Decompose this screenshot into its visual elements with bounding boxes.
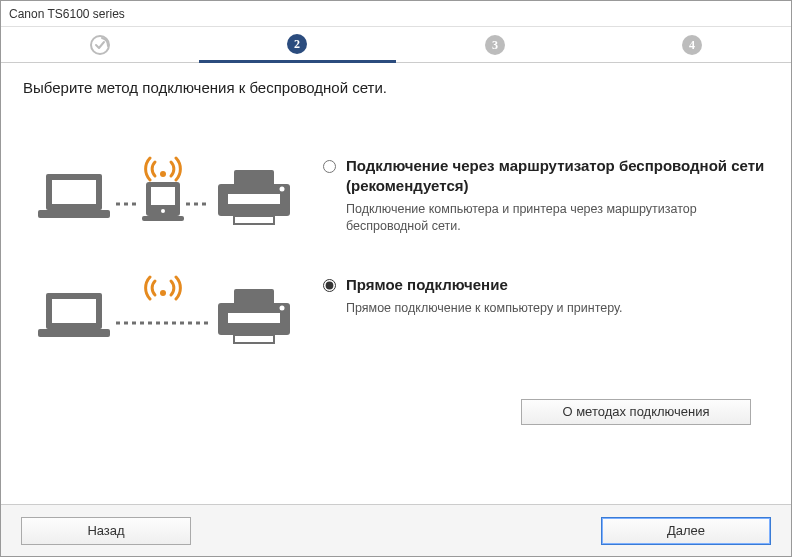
svg-rect-13	[151, 187, 175, 205]
svg-rect-23	[52, 299, 96, 323]
step-3-icon: 3	[484, 34, 506, 56]
option-router-radio[interactable]	[323, 160, 336, 173]
back-button[interactable]: Назад	[21, 517, 191, 545]
step-4-upcoming: 4	[594, 27, 792, 62]
option-direct[interactable]: Прямое подключение Прямое подключение к …	[323, 275, 771, 317]
step-indicator: 2 3 4	[1, 27, 791, 63]
svg-rect-8	[52, 180, 96, 204]
option-router-texts: Подключение через маршрутизатор беспрово…	[346, 156, 771, 235]
svg-rect-29	[228, 313, 280, 323]
svg-point-16	[160, 171, 166, 177]
direct-illustration	[23, 275, 323, 349]
option-direct-row: Прямое подключение Прямое подключение к …	[23, 275, 771, 349]
page-heading: Выберите метод подключения к беспроводно…	[23, 79, 771, 96]
about-row: О методах подключения	[23, 389, 771, 425]
svg-text:2: 2	[294, 37, 300, 51]
svg-rect-19	[228, 194, 280, 204]
step-2-current: 2	[199, 28, 397, 63]
option-router[interactable]: Подключение через маршрутизатор беспрово…	[323, 156, 771, 235]
window: Canon TS6100 series 2 3 4	[0, 0, 792, 557]
svg-point-14	[161, 209, 165, 213]
svg-point-0	[91, 36, 109, 54]
about-methods-button[interactable]: О методах подключения	[521, 399, 751, 425]
svg-rect-18	[234, 170, 274, 186]
svg-rect-28	[234, 289, 274, 305]
step-check-icon	[89, 34, 111, 56]
svg-rect-20	[234, 216, 274, 224]
option-router-desc: Подключение компьютера и принтера через …	[346, 201, 771, 235]
svg-rect-24	[38, 329, 110, 337]
titlebar: Canon TS6100 series	[1, 1, 791, 27]
laptop-printer-icon	[38, 275, 308, 349]
step-1-completed	[1, 27, 199, 62]
svg-point-21	[280, 187, 285, 192]
option-direct-texts: Прямое подключение Прямое подключение к …	[346, 275, 771, 317]
footer: Назад Далее	[1, 504, 791, 556]
laptop-router-printer-icon	[38, 156, 308, 230]
router-illustration	[23, 156, 323, 230]
option-direct-radio[interactable]	[323, 279, 336, 292]
svg-point-26	[160, 290, 166, 296]
step-4-icon: 4	[681, 34, 703, 56]
svg-text:4: 4	[689, 38, 695, 52]
option-router-row: Подключение через маршрутизатор беспрово…	[23, 156, 771, 235]
option-router-title: Подключение через маршрутизатор беспрово…	[346, 156, 771, 195]
svg-rect-15	[142, 216, 184, 221]
option-direct-desc: Прямое подключение к компьютеру и принте…	[346, 300, 771, 317]
svg-point-31	[280, 305, 285, 310]
step-3-upcoming: 3	[396, 27, 594, 62]
svg-text:3: 3	[492, 38, 498, 52]
svg-rect-9	[38, 210, 110, 218]
option-direct-title: Прямое подключение	[346, 275, 771, 295]
content-area: Выберите метод подключения к беспроводно…	[1, 63, 791, 504]
next-button[interactable]: Далее	[601, 517, 771, 545]
svg-rect-30	[234, 335, 274, 343]
window-title: Canon TS6100 series	[9, 7, 125, 21]
step-2-icon: 2	[286, 33, 308, 55]
